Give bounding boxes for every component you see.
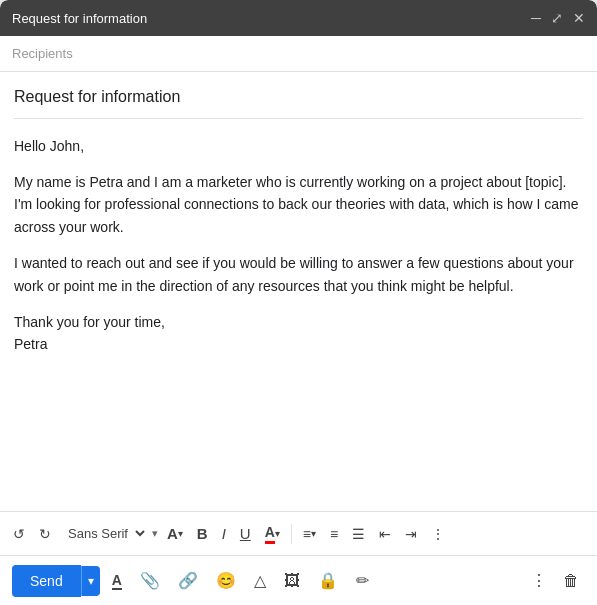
font-size-button[interactable]: A▾ [162, 521, 188, 546]
emoji-icon: 😊 [216, 571, 236, 590]
window-title: Request for information [12, 11, 147, 26]
lock-icon: 🔒 [318, 571, 338, 590]
paragraph1: My name is Petra and I am a marketer who… [14, 171, 583, 238]
bottom-bar: Send ▾ A 📎 🔗 😊 △ 🖼 [0, 555, 597, 605]
title-bar: Request for information ─ ⤢ ✕ [0, 0, 597, 36]
maximize-icon[interactable]: ⤢ [551, 11, 563, 25]
minimize-icon[interactable]: ─ [531, 11, 541, 25]
drive-icon: △ [254, 571, 266, 590]
bold-button[interactable]: B [192, 521, 213, 546]
pen-icon: ✏ [356, 571, 369, 590]
email-subject: Request for information [14, 84, 583, 119]
chevron-down-icon: ▾ [88, 574, 94, 588]
compose-window: Request for information ─ ⤢ ✕ Recipients… [0, 0, 597, 605]
chevron-down-icon: ▾ [152, 527, 158, 540]
text-formatting-button[interactable]: A [106, 566, 128, 596]
bullet-list-button[interactable]: ☰ [347, 522, 370, 546]
italic-button[interactable]: I [217, 521, 231, 546]
numbered-list-button[interactable]: ≡ [325, 522, 343, 546]
attach-icon: 📎 [140, 571, 160, 590]
decrease-indent-button[interactable]: ⇤ [374, 522, 396, 546]
send-group: Send ▾ [12, 565, 100, 597]
underline-button[interactable]: U [235, 521, 256, 546]
text-color-icon: A [265, 524, 275, 544]
text-color-button[interactable]: A▾ [260, 520, 285, 548]
align-button[interactable]: ≡▾ [298, 522, 321, 546]
more-toolbar-button[interactable]: ⋮ [426, 522, 450, 546]
insert-link-button[interactable]: 🔗 [172, 565, 204, 596]
align-icon: ≡ [303, 526, 311, 542]
greeting: Hello John, [14, 135, 583, 157]
photo-icon: 🖼 [284, 572, 300, 590]
close-icon[interactable]: ✕ [573, 11, 585, 25]
more-toolbar-icon: ⋮ [431, 526, 445, 542]
toolbar-divider-1 [291, 524, 292, 544]
closing: Thank you for your time, Petra [14, 311, 583, 356]
recipients-placeholder: Recipients [12, 46, 73, 61]
more-options-button[interactable]: ⋮ [525, 565, 553, 596]
signature-button[interactable]: ✏ [350, 565, 375, 596]
link-icon: 🔗 [178, 571, 198, 590]
insert-photo-button[interactable]: 🖼 [278, 566, 306, 596]
font-size-icon: A [167, 525, 178, 542]
signature: Petra [14, 336, 47, 352]
formatting-toolbar: ↺ ↻ Sans Serif ▾ A▾ B I U A▾ ≡▾ ≡ ☰ ⇤ ⇥ [0, 511, 597, 555]
formatting-icon: A [112, 572, 122, 590]
drive-button[interactable]: △ [248, 565, 272, 596]
numbered-list-icon: ≡ [330, 526, 338, 542]
bullet-list-icon: ☰ [352, 526, 365, 542]
send-dropdown-button[interactable]: ▾ [81, 566, 100, 596]
increase-indent-icon: ⇥ [405, 526, 417, 542]
font-family-select[interactable]: Sans Serif [60, 523, 148, 544]
attach-file-button[interactable]: 📎 [134, 565, 166, 596]
increase-indent-button[interactable]: ⇥ [400, 522, 422, 546]
window-controls: ─ ⤢ ✕ [531, 11, 585, 25]
trash-icon: 🗑 [563, 572, 579, 590]
closing-text: Thank you for your time, [14, 314, 165, 330]
email-text: Hello John, My name is Petra and I am a … [14, 135, 583, 356]
redo-button[interactable]: ↻ [34, 522, 56, 546]
send-button[interactable]: Send [12, 565, 81, 597]
emoji-button[interactable]: 😊 [210, 565, 242, 596]
email-body[interactable]: Request for information Hello John, My n… [0, 72, 597, 511]
undo-button[interactable]: ↺ [8, 522, 30, 546]
more-options-icon: ⋮ [531, 571, 547, 590]
recipients-row[interactable]: Recipients [0, 36, 597, 72]
confidential-button[interactable]: 🔒 [312, 565, 344, 596]
decrease-indent-icon: ⇤ [379, 526, 391, 542]
paragraph2: I wanted to reach out and see if you wou… [14, 252, 583, 297]
bottom-right: ⋮ 🗑 [525, 565, 585, 596]
bottom-left: Send ▾ A 📎 🔗 😊 △ 🖼 [12, 565, 375, 597]
discard-button[interactable]: 🗑 [557, 566, 585, 596]
